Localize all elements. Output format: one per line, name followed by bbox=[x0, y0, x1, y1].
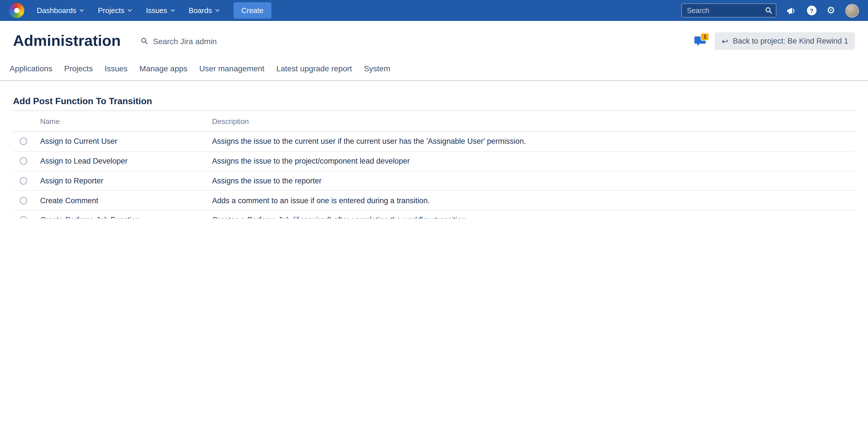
post-function-description: Assigns the issue to the reporter bbox=[212, 177, 855, 185]
admin-search-input[interactable] bbox=[152, 36, 265, 46]
post-function-description: Assigns the issue to the current user if… bbox=[212, 137, 855, 146]
main-nav: Dashboards Projects Issues Boards bbox=[37, 6, 219, 15]
table-header: Name Description bbox=[13, 111, 855, 132]
tab-applications[interactable]: Applications bbox=[10, 64, 52, 73]
table-row: Assign to Reporter Assigns the issue to … bbox=[13, 171, 855, 191]
post-function-radio[interactable] bbox=[20, 157, 27, 165]
table-row: Create Comment Adds a comment to an issu… bbox=[13, 191, 855, 211]
post-function-radio[interactable] bbox=[20, 197, 27, 204]
avatar[interactable] bbox=[845, 4, 859, 17]
search-icon bbox=[141, 37, 148, 45]
notification-badge: 1 bbox=[701, 33, 709, 41]
search-icon[interactable] bbox=[765, 7, 772, 14]
post-function-table: Assign to Current User Assigns the issue… bbox=[13, 132, 855, 218]
admin-header: Administration 1 ↩ Back to project: Be K… bbox=[0, 21, 868, 57]
chevron-down-icon bbox=[128, 8, 132, 11]
tab-issues[interactable]: Issues bbox=[104, 64, 127, 73]
tab-system[interactable]: System bbox=[364, 64, 390, 73]
feedback-bubble-icon[interactable]: 1 bbox=[694, 35, 706, 47]
post-function-name: Assign to Reporter bbox=[40, 177, 212, 185]
post-function-radio[interactable] bbox=[20, 216, 27, 218]
jira-logo[interactable] bbox=[9, 3, 24, 18]
tab-latest-upgrade-report[interactable]: Latest upgrade report bbox=[276, 64, 352, 73]
global-search bbox=[681, 3, 776, 18]
chevron-down-icon bbox=[215, 8, 219, 11]
top-navbar: Dashboards Projects Issues Boards Create… bbox=[0, 0, 868, 21]
post-function-description: Adds a comment to an issue if one is ent… bbox=[212, 196, 855, 205]
post-function-name: Create Perforce Job Function bbox=[40, 216, 212, 218]
nav-boards-label: Boards bbox=[189, 6, 212, 15]
nav-projects-label: Projects bbox=[98, 6, 124, 15]
post-function-description: Creates a Perforce Job (if required) aft… bbox=[212, 216, 855, 218]
post-function-name: Assign to Lead Developer bbox=[40, 157, 212, 165]
create-button[interactable]: Create bbox=[234, 2, 272, 19]
table-row: Create Perforce Job Function Creates a P… bbox=[13, 210, 855, 218]
post-function-name: Create Comment bbox=[40, 196, 212, 205]
tab-projects[interactable]: Projects bbox=[64, 64, 93, 73]
admin-header-right: 1 ↩ Back to project: Be Kind Rewind 1 bbox=[694, 32, 855, 50]
section-heading: Add Post Function To Transition bbox=[13, 96, 855, 111]
nav-dashboards[interactable]: Dashboards bbox=[37, 6, 83, 15]
post-function-name: Assign to Current User bbox=[40, 137, 212, 146]
main-content: Add Post Function To Transition Name Des… bbox=[0, 96, 868, 218]
tab-manage-apps[interactable]: Manage apps bbox=[140, 64, 187, 73]
tab-user-management[interactable]: User management bbox=[199, 64, 265, 73]
return-arrow-icon: ↩ bbox=[721, 37, 728, 45]
navbar-right: ? ⚙ bbox=[681, 3, 859, 18]
table-row: Assign to Current User Assigns the issue… bbox=[13, 132, 855, 152]
admin-tabs: Applications Projects Issues Manage apps… bbox=[0, 57, 868, 81]
nav-dashboards-label: Dashboards bbox=[37, 6, 76, 15]
post-function-radio[interactable] bbox=[20, 138, 27, 145]
help-icon[interactable]: ? bbox=[807, 6, 816, 15]
post-function-description: Assigns the issue to the project/compone… bbox=[212, 157, 855, 165]
settings-gear-icon[interactable]: ⚙ bbox=[827, 6, 836, 15]
table-row: Assign to Lead Developer Assigns the iss… bbox=[13, 152, 855, 172]
chevron-down-icon bbox=[170, 8, 175, 11]
global-search-input[interactable] bbox=[681, 3, 776, 18]
chevron-down-icon bbox=[80, 8, 84, 11]
column-header-description: Description bbox=[212, 117, 855, 125]
nav-issues-label: Issues bbox=[146, 6, 167, 15]
back-to-project-button[interactable]: ↩ Back to project: Be Kind Rewind 1 bbox=[715, 32, 855, 50]
admin-search bbox=[141, 36, 265, 46]
nav-boards[interactable]: Boards bbox=[189, 6, 219, 15]
announcement-megaphone-icon[interactable] bbox=[786, 6, 797, 15]
page: Dashboards Projects Issues Boards Create… bbox=[0, 0, 868, 218]
nav-projects[interactable]: Projects bbox=[98, 6, 131, 15]
post-function-radio[interactable] bbox=[20, 177, 27, 184]
column-header-name: Name bbox=[40, 117, 212, 125]
page-title: Administration bbox=[13, 32, 121, 50]
back-to-project-label: Back to project: Be Kind Rewind 1 bbox=[733, 37, 848, 45]
nav-issues[interactable]: Issues bbox=[146, 6, 174, 15]
